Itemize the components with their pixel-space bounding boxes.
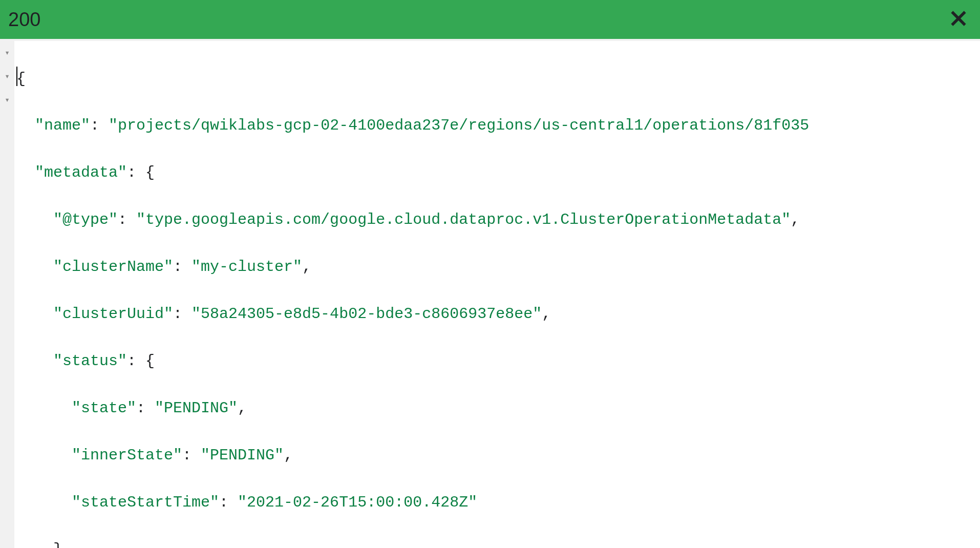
- json-key-metadata: "metadata": [35, 164, 127, 181]
- json-value-clustername: "my-cluster": [191, 258, 302, 276]
- fold-toggle-line7[interactable]: ▾: [0, 88, 14, 112]
- json-key-clustername: "clusterName": [53, 258, 173, 276]
- json-key-status: "status": [53, 352, 127, 370]
- brace-open: {: [145, 352, 155, 370]
- code-line: "name": "projects/qwiklabs-gcp-02-4100ed…: [16, 114, 980, 137]
- code-line: },: [16, 538, 980, 548]
- json-key-clusteruuid: "clusterUuid": [53, 305, 173, 323]
- close-icon: [949, 9, 968, 30]
- json-code-area[interactable]: { "name": "projects/qwiklabs-gcp-02-4100…: [14, 41, 980, 548]
- json-key-state: "state": [72, 399, 136, 417]
- code-line: "clusterUuid": "58a24305-e8d5-4b02-bde3-…: [16, 302, 980, 326]
- brace-open: {: [145, 164, 155, 181]
- code-line: "clusterName": "my-cluster",: [16, 255, 980, 279]
- json-key-name: "name": [35, 117, 90, 134]
- fold-toggle-line1[interactable]: ▾: [0, 41, 14, 65]
- brace-open: {: [16, 70, 26, 88]
- json-value-innerstate: "PENDING": [201, 447, 284, 464]
- code-line: "stateStartTime": "2021-02-26T15:00:00.4…: [16, 491, 980, 514]
- response-body-panel: ▾ ▾ ▾ { "name": "projects/qwiklabs-gcp-0…: [0, 39, 980, 548]
- status-code: 200: [8, 9, 40, 31]
- brace-close: },: [53, 541, 72, 548]
- code-line: "state": "PENDING",: [16, 396, 980, 420]
- json-key-type: "@type": [53, 211, 118, 228]
- fold-gutter: ▾ ▾ ▾: [0, 41, 14, 548]
- fold-toggle-line3[interactable]: ▾: [0, 65, 14, 88]
- code-line: "status": {: [16, 349, 980, 373]
- json-value-clusteruuid: "58a24305-e8d5-4b02-bde3-c8606937e8ee": [191, 305, 542, 323]
- json-value-type: "type.googleapis.com/google.cloud.datapr…: [136, 211, 791, 228]
- json-key-statestarttime: "stateStartTime": [72, 494, 219, 511]
- json-value-statestarttime: "2021-02-26T15:00:00.428Z": [238, 494, 477, 511]
- json-key-innerstate: "innerState": [72, 447, 182, 464]
- code-line: {: [16, 67, 980, 90]
- code-line: "metadata": {: [16, 161, 980, 184]
- json-value-state: "PENDING": [155, 399, 238, 417]
- code-line: "@type": "type.googleapis.com/google.clo…: [16, 208, 980, 231]
- json-value-name: "projects/qwiklabs-gcp-02-4100edaa237e/r…: [109, 117, 809, 134]
- close-button[interactable]: [948, 9, 969, 30]
- status-bar: 200: [0, 0, 980, 39]
- code-line: "innerState": "PENDING",: [16, 444, 980, 467]
